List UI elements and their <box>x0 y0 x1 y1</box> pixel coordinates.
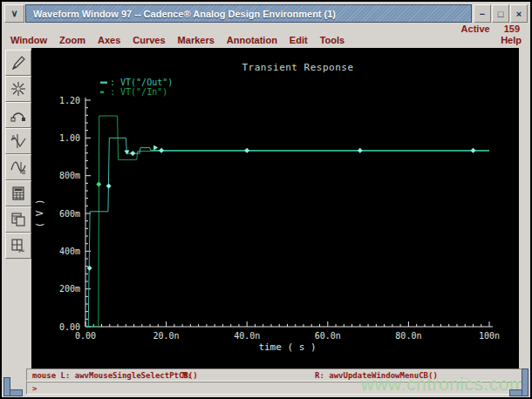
plot-canvas[interactable]: 0.0020.0n40.0n60.0n80.0n100n0.00200m400m… <box>31 48 519 369</box>
window-chrome: ∨ Waveform Window 97 -- Cadence® Analog … <box>2 2 530 397</box>
cut-window-icon: ✂ <box>10 237 27 254</box>
sine-b-icon: B <box>10 159 27 176</box>
window-menu-button[interactable]: ∨ <box>4 4 24 23</box>
plot-title: Transient Response <box>242 62 353 73</box>
toolbar-button-starburst[interactable] <box>5 76 31 102</box>
legend-item[interactable]: : VT("/Out") <box>100 78 173 87</box>
toolbar-button-copy-subwindow[interactable] <box>5 206 31 233</box>
toolbar-button-arc-probe[interactable] <box>5 102 31 128</box>
x-tick-label: 20.0n <box>153 331 180 341</box>
waveform-window: ∨ Waveform Window 97 -- Cadence® Analog … <box>0 0 532 399</box>
x-tick-label: 100n <box>479 331 500 341</box>
menu-zoom[interactable]: Zoom <box>59 35 85 48</box>
resize-corner-bottom-right-v[interactable] <box>522 369 529 396</box>
svg-text:✂: ✂ <box>18 247 25 254</box>
titlebar: ∨ Waveform Window 97 -- Cadence® Analog … <box>4 4 528 23</box>
svg-text:B: B <box>22 169 25 176</box>
calculator-icon <box>10 185 27 202</box>
marker-diamond-icon <box>358 148 363 153</box>
copy-subwindow-icon <box>10 211 27 228</box>
toolbar-button-pen[interactable] <box>5 50 31 76</box>
y-tick-label: 400m <box>59 247 80 256</box>
marker-arrow-right-icon <box>153 145 158 150</box>
y-tick-label: 200m <box>59 284 80 294</box>
trace-out[interactable] <box>85 138 489 327</box>
x-tick-label: 60.0n <box>315 331 341 341</box>
arc-probe-icon <box>10 106 27 124</box>
y-tick-label: 1.20 <box>59 96 80 105</box>
x-tick-label: 40.0n <box>234 331 260 341</box>
menubar-spacer <box>357 35 488 48</box>
legend-label: : VT("/In") <box>110 87 167 97</box>
menu-axes[interactable]: Axes <box>98 35 120 48</box>
command-prompt[interactable]: > <box>26 382 527 395</box>
menu-annotation[interactable]: Annotation <box>227 35 277 48</box>
marker-diamond-icon <box>159 148 164 153</box>
toolbar-button-calculator[interactable] <box>5 180 31 206</box>
minimize-button[interactable]: − <box>474 4 491 23</box>
y-axis-label: ( V ) <box>34 199 45 227</box>
menubar: Window Zoom Axes Curves Markers Annotati… <box>10 35 522 48</box>
x-tick-label: 0.00 <box>75 331 96 341</box>
resize-corner-bottom-left-v[interactable] <box>3 377 10 396</box>
menu-help[interactable]: Help <box>501 35 522 48</box>
x-axis-label: time ( s ) <box>258 342 316 353</box>
legend-label: : VT("/Out") <box>110 78 173 87</box>
titlebar-drag-area[interactable]: Waveform Window 97 -- Cadence® Analog De… <box>25 4 472 23</box>
menu-tools[interactable]: Tools <box>320 35 345 48</box>
menu-edit[interactable]: Edit <box>290 35 308 48</box>
pen-icon <box>10 54 27 71</box>
maximize-icon: □ <box>498 9 504 19</box>
marker-wave-icon: A <box>10 132 27 150</box>
menu-window[interactable]: Window <box>10 35 47 48</box>
legend-swatch <box>100 91 104 94</box>
y-tick-label: 1.00 <box>59 133 80 143</box>
active-count: 159 <box>504 24 520 35</box>
mouse-middle-binding: M: <box>182 371 192 380</box>
marker-diamond-icon <box>130 151 135 156</box>
toolbar-button-marker-wave[interactable]: A <box>5 128 31 154</box>
active-label: Active <box>461 24 490 35</box>
toolbar-button-cut-window[interactable]: ✂ <box>5 233 31 259</box>
menu-markers[interactable]: Markers <box>178 35 215 48</box>
starburst-icon <box>10 80 27 98</box>
active-status: Active 159 <box>461 24 520 35</box>
menu-curves[interactable]: Curves <box>133 35 165 48</box>
mouse-right-binding: R: awvUpdateWindowMenuCB() <box>315 371 438 380</box>
marker-diamond-icon <box>470 148 475 153</box>
toolbar-button-sine-b[interactable]: B <box>5 154 31 180</box>
x-tick-label: 80.0n <box>395 331 421 341</box>
toolbar: A B <box>3 48 31 392</box>
marker-diamond-icon <box>96 181 101 186</box>
legend-swatch <box>100 82 107 85</box>
marker-arrow-down-icon <box>124 150 129 154</box>
mouse-bindings-bar: mouse L: awvMouseSingleSelectPtCB() M: R… <box>26 369 527 382</box>
legend-item[interactable]: : VT("/In") <box>100 87 167 97</box>
close-icon: × <box>516 9 522 19</box>
y-tick-label: 600m <box>59 209 80 219</box>
marker-diamond-icon <box>244 148 249 153</box>
maximize-button[interactable]: □ <box>492 4 509 23</box>
mouse-left-binding: mouse L: awvMouseSingleSelectPtCB() <box>32 371 198 380</box>
y-tick-label: 800m <box>59 171 80 180</box>
window-title: Waveform Window 97 -- Cadence® Analog De… <box>33 9 336 19</box>
chevron-down-icon: ∨ <box>10 8 17 19</box>
prompt-char: > <box>32 384 37 393</box>
close-button[interactable]: × <box>510 4 528 23</box>
minimize-icon: − <box>480 9 485 19</box>
y-tick-label: 0.00 <box>59 322 80 332</box>
marker-diamond-icon <box>106 184 112 189</box>
